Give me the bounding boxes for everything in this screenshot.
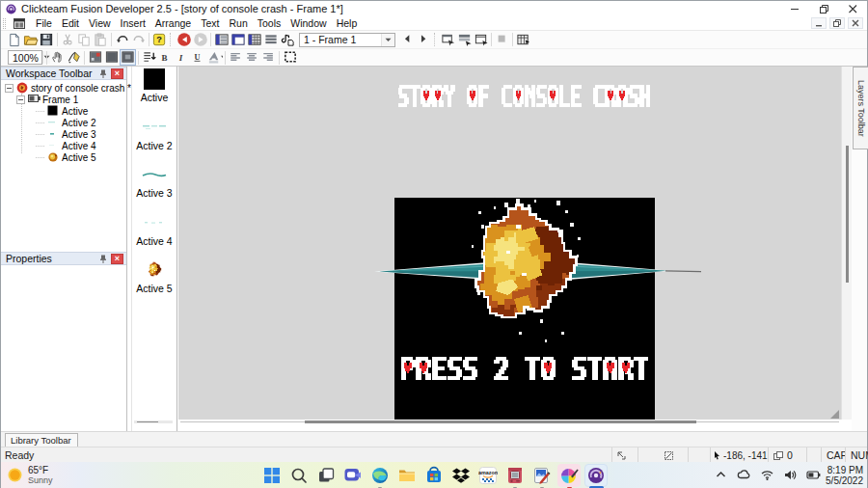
menu-text[interactable]: Text <box>196 16 224 31</box>
strip-item-active-4[interactable]: Active 4 <box>132 211 176 247</box>
explosion-object[interactable] <box>464 197 584 345</box>
italic-button[interactable]: I <box>174 49 190 66</box>
storyboard-editor-button[interactable] <box>213 32 230 48</box>
align-left-button[interactable] <box>228 49 244 66</box>
tree-item-story-of-console-crash[interactable]: story of console crash * <box>5 82 131 94</box>
mdi-document-icon[interactable] <box>14 18 25 29</box>
grid-snap-button[interactable] <box>120 49 136 66</box>
tree-item-active-5[interactable]: Active 5 <box>36 151 96 163</box>
event-list-editor-button[interactable] <box>262 32 279 48</box>
save-button[interactable] <box>39 32 55 48</box>
workspace-pin-icon[interactable] <box>97 68 109 79</box>
frame-selector-dropdown[interactable] <box>381 34 394 46</box>
forward-button[interactable] <box>192 32 208 48</box>
menu-insert[interactable]: Insert <box>116 16 150 31</box>
taskbar-icon-amazon[interactable]: amazon <box>475 463 502 488</box>
next-frame-button[interactable] <box>416 32 432 48</box>
grid-show-button[interactable] <box>103 49 120 66</box>
strip-item-active-3[interactable]: Active 3 <box>132 163 176 199</box>
tree-item-active-3[interactable]: Active 3 <box>36 128 96 140</box>
stop-button[interactable] <box>494 32 510 48</box>
menu-file[interactable]: File <box>31 16 57 31</box>
close-button[interactable] <box>838 1 867 16</box>
taskbar-icon-emulator[interactable] <box>502 463 529 488</box>
menu-help[interactable]: Help <box>332 16 363 31</box>
help-button[interactable]: ? <box>151 32 168 48</box>
tray-battery-icon[interactable] <box>806 468 821 484</box>
properties-close-button[interactable]: × <box>111 254 123 264</box>
canvas-hscrollbar[interactable] <box>178 420 841 424</box>
taskbar-icon-edge[interactable] <box>366 463 393 488</box>
taskbar-icon-search[interactable] <box>285 463 312 488</box>
menu-edit[interactable]: Edit <box>57 16 84 31</box>
step-through-button[interactable] <box>515 32 531 48</box>
run-application-button[interactable] <box>440 32 456 48</box>
strip-item-active-5[interactable]: Active 5 <box>132 258 176 294</box>
run-project-button[interactable] <box>473 32 489 48</box>
tray-cloud-icon[interactable] <box>737 468 751 484</box>
back-button[interactable] <box>176 32 192 48</box>
selection-button[interactable] <box>282 49 298 66</box>
taskbar-icon-explorer[interactable] <box>393 463 420 488</box>
tree-item-active-2[interactable]: Active 2 <box>36 117 96 128</box>
taskbar-icon-windows[interactable] <box>258 463 285 488</box>
taskbar-icon-task-view[interactable] <box>312 463 339 488</box>
copy-button[interactable] <box>76 32 93 48</box>
layers-toolbar-tab[interactable]: Layers Toolbar <box>853 67 868 149</box>
library-toolbar-tab[interactable]: Library Toolbar <box>5 433 78 447</box>
align-center-button[interactable] <box>244 49 260 66</box>
strip-scrollbar[interactable] <box>134 420 173 423</box>
frame-selector[interactable]: 1 - Frame 1 <box>299 33 395 47</box>
run-frame-button[interactable] <box>456 32 473 48</box>
restore-button[interactable] <box>809 1 838 16</box>
taskbar-icon-store[interactable] <box>420 463 448 488</box>
taskbar-icon-fusion[interactable] <box>583 463 610 488</box>
taskbar-weather-widget[interactable]: 65°F Sunny <box>7 465 53 485</box>
redo-button[interactable] <box>130 32 147 48</box>
font-color-button[interactable] <box>206 49 223 66</box>
tree-expander[interactable] <box>5 84 14 93</box>
undo-button[interactable] <box>114 32 130 48</box>
edit-tool-button[interactable] <box>66 49 82 66</box>
tree-item-active-4[interactable]: Active 4 <box>36 140 96 151</box>
taskbar-icon-image-editor[interactable] <box>529 463 556 488</box>
workspace-close-button[interactable]: × <box>111 68 123 79</box>
new-button[interactable] <box>6 32 22 48</box>
taskbar-clock[interactable]: 8:19 PM 5/5/2022 <box>826 465 863 486</box>
menu-arrange[interactable]: Arrange <box>150 16 196 31</box>
tree-item-active[interactable]: Active <box>36 105 88 117</box>
cut-button[interactable] <box>60 32 76 48</box>
title-text-object[interactable] <box>398 85 650 109</box>
paste-button[interactable] <box>93 32 109 48</box>
zoom-selector[interactable]: 100% <box>8 50 42 65</box>
mdi-restore-button[interactable] <box>829 17 845 29</box>
underline-button[interactable]: U <box>190 49 206 66</box>
tree-expander[interactable] <box>16 95 25 104</box>
taskbar-icon-chat[interactable] <box>339 463 366 488</box>
data-elements-button[interactable] <box>279 32 295 48</box>
hand-button[interactable] <box>49 49 66 66</box>
previous-frame-button[interactable] <box>399 32 416 48</box>
menu-run[interactable]: Run <box>224 16 252 31</box>
tray-chevron-up-icon[interactable] <box>714 468 728 484</box>
taskbar-icon-art-app[interactable] <box>556 463 583 488</box>
menu-tools[interactable]: Tools <box>253 16 286 31</box>
grid-setup-button[interactable] <box>87 49 103 66</box>
menu-view[interactable]: View <box>84 16 116 31</box>
press-start-text-object[interactable] <box>401 357 648 382</box>
open-button[interactable] <box>22 32 39 48</box>
canvas-vscrollbar[interactable] <box>841 67 852 420</box>
bold-button[interactable]: B <box>157 49 174 66</box>
strip-item-active[interactable]: Active <box>132 68 176 103</box>
text-direction-button[interactable] <box>141 49 157 66</box>
minimize-button[interactable] <box>780 1 809 16</box>
tree-item-frame-1[interactable]: Frame 1 <box>16 94 78 105</box>
tray-wifi-icon[interactable] <box>760 468 774 484</box>
tray-volume-icon[interactable] <box>783 468 798 484</box>
taskbar-icon-dropbox[interactable] <box>448 463 475 488</box>
align-right-button[interactable] <box>260 49 277 66</box>
canvas-background[interactable] <box>178 67 841 420</box>
mdi-close-button[interactable] <box>848 17 863 29</box>
menu-window[interactable]: Window <box>285 16 331 31</box>
event-editor-button[interactable] <box>246 32 262 48</box>
